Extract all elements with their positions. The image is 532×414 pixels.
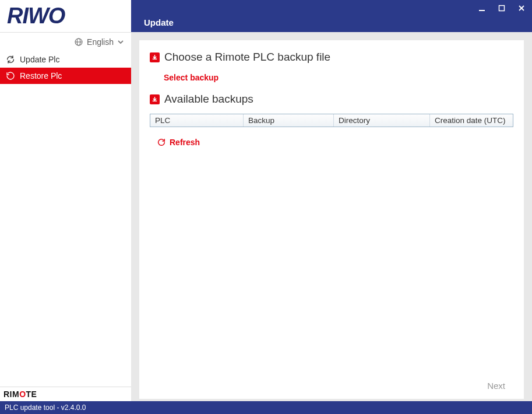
sidebar-item-update-plc[interactable]: Update Plc [0,51,131,68]
available-backups-heading: Available backups [150,93,513,106]
col-header-backup[interactable]: Backup [244,114,334,127]
svg-rect-1 [499,6,505,11]
select-backup-link[interactable]: Select backup [164,73,513,82]
chevron-down-icon [117,38,124,45]
language-selector[interactable]: English [0,33,131,51]
choose-file-heading-text: Choose a Rimote PLC backup file [164,51,330,64]
close-icon [518,5,525,12]
sidebar-item-label: Update Plc [20,55,59,64]
next-row: Next [150,376,513,394]
maximize-button[interactable] [494,1,510,15]
close-button[interactable] [513,1,530,15]
table-header-row: PLC Backup Directory Creation date (UTC) [150,114,513,127]
globe-icon [74,37,83,47]
sidebar: English Update Plc Restore Plc RIMOTE [0,32,131,401]
refresh-label: Refresh [170,138,200,147]
refresh-icon [157,138,166,147]
next-button[interactable]: Next [482,378,510,393]
backups-table: PLC Backup Directory Creation date (UTC) [150,114,513,127]
sidebar-spacer [0,84,131,387]
window-controls [474,1,530,15]
content-panel: Choose a Rimote PLC backup file Select b… [139,40,524,399]
panel-spacer [150,147,513,376]
available-backups-heading-text: Available backups [164,93,253,106]
title-bar: Update [131,0,532,32]
page-title: Update [144,17,174,27]
sidebar-footer-brand: RIMOTE [0,387,131,401]
app-window: RIWO Update English [0,0,532,414]
logo-area: RIWO [0,0,131,32]
top-row: RIWO Update [0,0,532,32]
status-text: PLC update tool - v2.4.0.0 [5,404,86,412]
refresh-icon [6,55,15,64]
download-icon [150,94,160,104]
sidebar-item-restore-plc[interactable]: Restore Plc [0,68,131,84]
choose-file-heading: Choose a Rimote PLC backup file [150,51,513,64]
riwo-logo: RIWO [7,3,65,29]
download-icon [150,52,160,62]
refresh-button[interactable]: Refresh [157,138,513,147]
language-label: English [87,37,114,47]
col-header-plc[interactable]: PLC [150,114,244,127]
col-header-directory[interactable]: Directory [334,114,430,127]
main-area: Choose a Rimote PLC backup file Select b… [131,32,532,401]
body-row: English Update Plc Restore Plc RIMOTE [0,32,532,401]
minimize-icon [478,5,485,12]
minimize-button[interactable] [474,1,490,15]
sidebar-item-label: Restore Plc [20,71,62,80]
restore-icon [6,71,15,80]
maximize-icon [498,5,505,12]
col-header-creation-date[interactable]: Creation date (UTC) [430,114,513,127]
status-bar: PLC update tool - v2.4.0.0 [0,401,532,414]
